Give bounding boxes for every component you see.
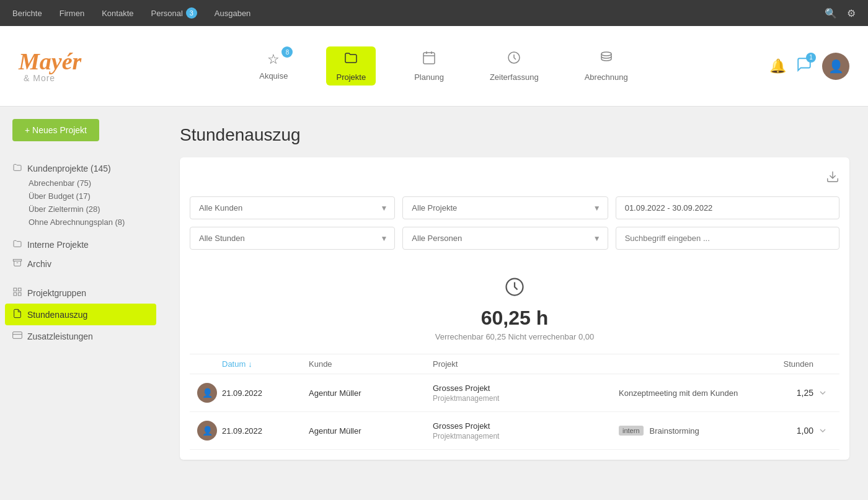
logo-text: Mayér xyxy=(19,50,118,73)
row-project-name-1: Grosses Projekt xyxy=(433,421,619,431)
nav-abrechnung-label: Abrechnung xyxy=(585,72,628,82)
akquise-badge: 8 xyxy=(281,46,293,58)
top-nav-firmen[interactable]: Firmen xyxy=(60,7,84,19)
sidebar-sub-ohne-abrechnungsplan[interactable]: Ohne Abrechnungsplan (8) xyxy=(12,216,149,229)
stundenauszug-label: Stundenauszug xyxy=(27,310,87,320)
table-col-stunden: Stunden xyxy=(751,359,813,369)
top-nav-ausgaben[interactable]: Ausgaben xyxy=(215,7,251,19)
filters-row-2: Alle Stunden ▼ Alle Personen ▼ xyxy=(190,227,839,250)
top-nav-kontakte[interactable]: Kontakte xyxy=(102,7,133,19)
row-hours-0: 1,25 xyxy=(751,388,813,398)
sidebar-item-projektgruppen[interactable]: Projektgruppen xyxy=(0,283,161,302)
nav-abrechnung[interactable]: Abrechnung xyxy=(577,48,636,84)
settings-icon[interactable]: ⚙ xyxy=(847,7,856,19)
table-col-kunde: Kunde xyxy=(309,359,433,369)
folder-outline-icon xyxy=(12,162,22,174)
search-input[interactable] xyxy=(616,227,839,250)
table-row: 👤 21.09.2022 Agentur Müller Grosses Proj… xyxy=(190,412,839,450)
table-col-expand xyxy=(813,359,832,369)
bell-icon: 🔔 xyxy=(769,58,786,74)
row-kunde-1: Agentur Müller xyxy=(309,426,433,436)
content-card: Alle Kunden ▼ Alle Projekte ▼ Alle Stund… xyxy=(180,157,849,460)
projekte-filter-wrapper: Alle Projekte ▼ xyxy=(402,196,608,219)
svg-rect-11 xyxy=(18,292,21,296)
sidebar-section-kundenprojekte: Kundenprojekte (145) Abrechenbar (75) Üb… xyxy=(0,156,161,232)
file-active-icon xyxy=(12,309,22,320)
kunden-filter[interactable]: Alle Kunden xyxy=(190,196,395,219)
personen-filter[interactable]: Alle Personen xyxy=(402,227,608,250)
clock-icon xyxy=(507,50,521,69)
archiv-label: Archiv xyxy=(27,259,51,269)
credit-card-icon xyxy=(12,330,22,342)
svg-point-5 xyxy=(601,52,611,56)
stats-sub: Verrechenbar 60,25 Nicht verrechenbar 0,… xyxy=(190,332,839,341)
table-col-task xyxy=(619,359,751,369)
chat-badge: 1 xyxy=(806,53,816,63)
table-row: 👤 21.09.2022 Agentur Müller Grosses Proj… xyxy=(190,374,839,412)
stunden-filter[interactable]: Alle Stunden xyxy=(190,227,395,250)
row-project-sub-0: Projektmanagement xyxy=(433,394,619,403)
top-nav-berichte[interactable]: Berichte xyxy=(12,7,42,19)
sidebar-item-zusatzleistungen[interactable]: Zusatzleistungen xyxy=(0,327,161,346)
sidebar-sub-ueber-budget[interactable]: Über Budget (17) xyxy=(12,190,149,203)
archive-icon xyxy=(12,258,22,270)
svg-rect-12 xyxy=(13,332,22,339)
projektgruppen-label: Projektgruppen xyxy=(27,288,86,298)
row-project-sub-1: Projektmanagement xyxy=(433,432,619,441)
calendar-icon xyxy=(422,50,436,69)
interne-projekte-label: Interne Projekte xyxy=(27,240,89,250)
date-range-input[interactable] xyxy=(616,196,839,219)
nav-zeiterfassung-label: Zeiterfassung xyxy=(490,72,539,82)
zusatzleistungen-label: Zusatzleistungen xyxy=(27,331,93,341)
nav-planung[interactable]: Planung xyxy=(407,48,451,84)
sort-arrow-icon: ↓ xyxy=(248,359,252,369)
personen-filter-wrapper: Alle Personen ▼ xyxy=(402,227,608,250)
table-col-projekt: Projekt xyxy=(433,359,619,369)
table-col-datum[interactable]: Datum ↓ xyxy=(222,359,309,369)
stats-section: 60,25 h Verrechenbar 60,25 Nicht verrech… xyxy=(190,257,839,354)
row-project-name-0: Grosses Projekt xyxy=(433,384,619,393)
page-title: Stundenauszug xyxy=(180,125,849,145)
filters-row-1: Alle Kunden ▼ Alle Projekte ▼ xyxy=(190,196,839,219)
svg-rect-6 xyxy=(13,260,21,261)
main-nav: ☆ Akquise 8 Projekte Planung xyxy=(118,46,769,86)
star-icon: ☆ xyxy=(267,51,280,68)
row-expand-1[interactable] xyxy=(813,426,832,436)
user-avatar[interactable]: 👤 xyxy=(822,53,849,80)
nav-projekte[interactable]: Projekte xyxy=(326,46,376,86)
nav-zeiterfassung[interactable]: Zeiterfassung xyxy=(482,48,546,84)
bell-button[interactable]: 🔔 xyxy=(769,58,786,74)
row-project-1: Grosses Projekt Projektmanagement xyxy=(433,421,619,441)
top-nav-left: Berichte Firmen Kontakte Personal 3 Ausg… xyxy=(12,7,250,19)
stats-hours: 60,25 h xyxy=(190,307,839,330)
table-header: Datum ↓ Kunde Projekt Stunden xyxy=(190,354,839,374)
row-project-0: Grosses Projekt Projektmanagement xyxy=(433,384,619,403)
new-project-button[interactable]: + Neues Projekt xyxy=(12,119,99,141)
nav-akquise[interactable]: ☆ Akquise 8 xyxy=(252,49,295,83)
svg-rect-9 xyxy=(18,288,21,291)
download-icon[interactable] xyxy=(826,170,839,186)
intern-badge-1: intern xyxy=(619,426,644,436)
top-nav-right: 🔍 ⚙ xyxy=(825,7,856,19)
stunden-filter-wrapper: Alle Stunden ▼ xyxy=(190,227,395,250)
sidebar-item-interne-projekte[interactable]: Interne Projekte xyxy=(0,235,161,254)
chat-button[interactable]: 1 xyxy=(796,56,812,76)
sidebar-item-stundenauszug-active[interactable]: Stundenauszug xyxy=(5,304,156,325)
row-expand-0[interactable] xyxy=(813,388,832,398)
sidebar-sub-ueber-zieltermin[interactable]: Über Zieltermin (28) xyxy=(12,203,149,216)
row-kunde-0: Agentur Müller xyxy=(309,388,433,398)
kunden-filter-wrapper: Alle Kunden ▼ xyxy=(190,196,395,219)
sidebar-item-archiv[interactable]: Archiv xyxy=(0,254,161,273)
row-task-1: intern Brainstorming xyxy=(619,426,751,436)
personal-badge: 3 xyxy=(186,7,197,19)
sidebar-item-kundenprojekte[interactable]: Kundenprojekte (145) xyxy=(12,160,149,177)
top-nav-personal[interactable]: Personal 3 xyxy=(151,7,197,19)
database-icon xyxy=(599,50,614,69)
svg-rect-0 xyxy=(423,53,435,64)
sidebar-sub-abrechenbar[interactable]: Abrechenbar (75) xyxy=(12,177,149,190)
main-content: Stundenauszug Alle Kunden ▼ xyxy=(161,107,868,500)
projekte-filter[interactable]: Alle Projekte xyxy=(402,196,608,219)
search-icon[interactable]: 🔍 xyxy=(825,7,837,19)
kundenprojekte-label: Kundenprojekte (145) xyxy=(27,164,111,173)
header-right: 🔔 1 👤 xyxy=(769,53,849,80)
